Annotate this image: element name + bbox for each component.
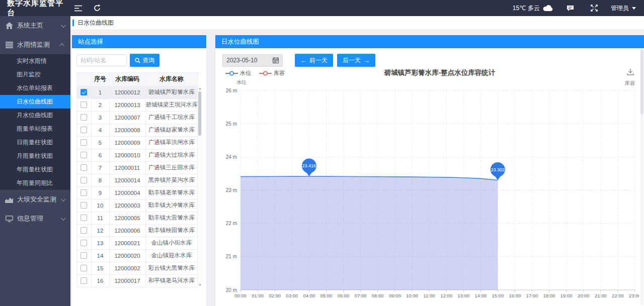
row-code: 12000007 (109, 111, 145, 124)
sidebar-group-2[interactable]: 大坝安全监测 (0, 190, 70, 209)
svg-text:02:00: 02:00 (269, 293, 281, 298)
date-value: 2023-05-10 (226, 57, 273, 64)
svg-text:11:00: 11:00 (423, 293, 435, 298)
row-index: 8 (91, 174, 109, 186)
user-menu[interactable]: 管理员 (611, 4, 636, 13)
row-checkbox[interactable] (80, 139, 87, 146)
sidebar-group-3[interactable]: 信息管理 (0, 209, 70, 228)
svg-text:水位: 水位 (236, 79, 247, 85)
row-index: 14 (91, 249, 109, 262)
table-row: 812000014黑井镇芹菜沟水库 (77, 174, 198, 186)
row-checkbox[interactable] (80, 277, 87, 284)
row-checkbox[interactable] (80, 215, 87, 221)
row-name: 广通镇革洪闸水库 (145, 136, 198, 149)
table-row: 1212000006勤丰镇秧田箐水库 (77, 224, 198, 237)
sidebar-item[interactable]: 实时水雨情 (0, 54, 70, 68)
sidebar-item[interactable]: 月水位曲线图 (0, 109, 70, 122)
sidebar-item[interactable]: 雨量单站报表 (0, 122, 70, 136)
sidebar-group-0[interactable]: 系统主页 (0, 16, 70, 35)
station-selection-panel: 站点选择 查询 序号 水库编码 水库名称 (72, 35, 206, 306)
sidebar-item[interactable]: 年雨量同期比 (0, 176, 70, 190)
row-code: 12000006 (109, 224, 145, 237)
row-name: 广通镇千工坝水库 (145, 111, 198, 124)
row-code: 12000005 (109, 212, 145, 224)
row-name: 金山镇小街水库 (145, 237, 198, 249)
chart-panel-header: 日水位曲线图 (215, 35, 644, 48)
sidebar-item[interactable]: 年雨量柱状图 (0, 163, 70, 176)
chart-title: 碧城镇芦彩箐水库-整点水位库容统计 (240, 68, 639, 77)
row-checkbox[interactable] (80, 265, 87, 271)
row-checkbox[interactable] (80, 252, 87, 259)
table-row: 512000009广通镇革洪闸水库 (77, 136, 198, 149)
svg-text:22 m: 22 m (226, 221, 237, 226)
row-code: 12000003 (109, 199, 145, 212)
station-search-input[interactable] (76, 54, 127, 66)
svg-text:05:00: 05:00 (320, 293, 333, 298)
next-day-button[interactable]: 后一天 → (337, 54, 375, 67)
refresh-icon[interactable] (90, 0, 105, 16)
water-level-chart[interactable]: 20 m21 m22 m23 m24 m25 m26 m00:0001:0002… (221, 78, 639, 306)
row-checkbox[interactable] (80, 240, 87, 246)
table-row: 712000011广通镇三丘田水库 (77, 161, 198, 174)
sidebar-item-active[interactable]: 日水位曲线图 (0, 95, 70, 109)
svg-text:03:00: 03:00 (286, 293, 298, 298)
table-row: 312000007广通镇千工坝水库 (77, 111, 198, 124)
col-name: 水库名称 (145, 73, 198, 86)
breadcrumb: 日水位曲线图 (70, 16, 644, 30)
scroll-down-icon[interactable]: ▼ (198, 283, 202, 287)
svg-text:库容: 库容 (625, 80, 635, 86)
svg-text:21 m: 21 m (226, 254, 237, 259)
scrollbar-thumb[interactable] (198, 91, 201, 136)
date-picker[interactable]: 2023-05-10 (222, 54, 283, 67)
sidebar-item[interactable]: 月雨量柱状图 (0, 149, 70, 163)
row-code: 12000002 (109, 262, 145, 274)
row-checkbox[interactable] (80, 164, 87, 171)
previous-day-label: 前一天 (309, 56, 328, 65)
sidebar-group-1[interactable]: 水雨情监测 (0, 35, 70, 54)
row-index: 7 (91, 161, 109, 174)
row-name: 碧城镇梁王坝河水库 (145, 98, 198, 111)
sidebar-item[interactable]: 日雨量柱状图 (0, 136, 70, 149)
chevron-down-icon (61, 196, 66, 201)
weather-status: 15℃ 多云 (513, 4, 553, 13)
row-checkbox[interactable] (80, 89, 87, 95)
row-checkbox[interactable] (80, 152, 87, 158)
table-scrollbar[interactable]: ▲ ▼ (197, 86, 202, 287)
sidebar-group-label: 水雨情监测 (17, 40, 61, 49)
svg-text:04:00: 04:00 (303, 293, 315, 298)
chevron-down-icon (61, 23, 66, 28)
row-name: 广通镇赵家箐水库 (145, 124, 198, 136)
row-index: 11 (91, 212, 109, 224)
download-icon[interactable] (627, 68, 634, 77)
row-checkbox[interactable] (80, 177, 87, 183)
panel-scrollbar[interactable] (640, 49, 643, 305)
row-checkbox[interactable] (80, 202, 87, 209)
home-icon (5, 22, 13, 30)
fullscreen-icon[interactable] (587, 0, 602, 16)
svg-text:07:00: 07:00 (355, 293, 367, 298)
row-index: 1 (91, 86, 109, 98)
collapse-sidebar-icon[interactable] (70, 0, 86, 16)
legend-marker-icon (225, 71, 238, 76)
panel-scrollbar-thumb[interactable] (640, 49, 643, 115)
previous-day-button[interactable]: ← 前一天 (295, 54, 333, 67)
sidebar-item[interactable]: 图片监控 (0, 68, 70, 81)
row-code: 12000008 (109, 124, 145, 136)
scroll-up-icon[interactable]: ▲ (198, 86, 202, 91)
row-checkbox[interactable] (80, 127, 87, 133)
row-checkbox[interactable] (80, 101, 87, 108)
row-checkbox[interactable] (80, 227, 87, 234)
cloud-icon (542, 5, 553, 12)
next-day-label: 后一天 (343, 56, 361, 65)
message-icon[interactable] (562, 0, 578, 16)
row-name: 黑井镇芹菜沟水库 (145, 174, 198, 186)
row-checkbox[interactable] (80, 114, 87, 121)
chevron-down-icon (632, 7, 636, 10)
search-button[interactable]: 查询 (130, 54, 159, 67)
calendar-icon (273, 57, 279, 63)
row-code: 12000009 (109, 136, 145, 149)
station-table: 序号 水库编码 水库名称 112000012碧城镇芦彩箐水库212000013碧… (76, 72, 202, 287)
svg-text:16:00: 16:00 (509, 293, 521, 298)
sidebar-item[interactable]: 水位单站报表 (0, 81, 70, 95)
row-checkbox[interactable] (80, 189, 87, 196)
